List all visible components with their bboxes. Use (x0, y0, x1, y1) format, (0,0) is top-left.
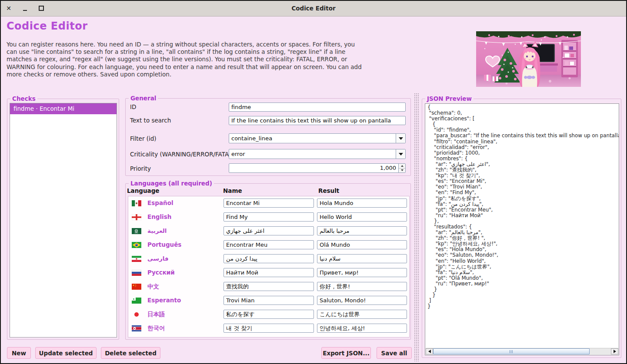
result-input[interactable] (317, 324, 407, 333)
language-row: Esperanto (128, 294, 409, 308)
new-button[interactable]: New (7, 347, 31, 359)
language-label: Português (147, 241, 181, 248)
name-input[interactable] (223, 310, 314, 319)
result-input[interactable] (317, 254, 407, 263)
language-row: 한국어 (128, 321, 409, 335)
id-label: ID (130, 103, 136, 110)
result-input[interactable] (317, 296, 407, 305)
criticality-select[interactable]: error (229, 149, 406, 159)
checks-group-label: Checks (10, 95, 37, 102)
result-input[interactable] (317, 240, 407, 249)
update-selected-button[interactable]: Update selected (35, 347, 97, 359)
name-input[interactable] (223, 212, 314, 222)
name-input[interactable] (223, 296, 314, 305)
spin-up-button[interactable] (399, 164, 405, 168)
name-input[interactable] (223, 282, 314, 291)
criticality-selected-value: error (229, 149, 396, 159)
name-input[interactable] (223, 254, 314, 263)
language-label: 日本語 (147, 311, 165, 318)
language-label: العربية (147, 227, 167, 234)
filter-dropdown-button[interactable] (396, 134, 405, 143)
id-input[interactable] (229, 103, 406, 112)
language-row: 中文 (128, 280, 409, 294)
column-header-result: Result (318, 187, 339, 194)
checks-list[interactable]: findme · Encontar Mi (10, 103, 117, 338)
criticality-dropdown-button[interactable] (396, 149, 405, 159)
scroll-left-button[interactable] (426, 348, 433, 354)
languages-group: Languages (all required) Language Name R… (125, 183, 411, 340)
text-to-search-input[interactable] (229, 116, 406, 125)
saudi-arabia-flag-icon (132, 228, 141, 234)
language-label: Esperanto (147, 297, 181, 304)
language-label: فارسی (147, 255, 169, 262)
result-input[interactable] (317, 212, 407, 222)
column-header-language: Language (127, 187, 160, 194)
name-input[interactable] (223, 324, 314, 333)
name-input[interactable] (223, 240, 314, 249)
scrollbar-grip-icon (510, 350, 513, 353)
criticality-label: Criticality (WARNING/ERROR/FATAL) (130, 151, 234, 158)
json-preview-text: { "schema": 0, "verificaciones": [ { "id… (425, 104, 619, 309)
name-input[interactable] (223, 199, 314, 208)
general-group-label: General (129, 95, 158, 102)
spin-up-icon (401, 165, 404, 167)
result-input[interactable] (317, 226, 407, 235)
app-window: ✕ Codice Editor Codice Editor You can re… (0, 0, 627, 364)
filter-selected-value: containe_linea (229, 134, 396, 143)
hero-illustration (476, 31, 581, 87)
language-label: 한국어 (147, 324, 165, 332)
scrollbar-thumb[interactable] (433, 348, 590, 354)
spin-down-icon (401, 169, 404, 171)
language-label: Español (147, 199, 173, 206)
scroll-right-button[interactable] (611, 348, 618, 354)
language-row: 日本語 (128, 308, 409, 321)
spin-down-button[interactable] (399, 168, 405, 173)
titlebar: ✕ Codice Editor (1, 1, 626, 17)
scroll-right-icon (614, 350, 616, 353)
scroll-left-icon (428, 350, 431, 353)
russia-flag-icon (132, 270, 141, 276)
delete-selected-button[interactable]: Delete selected (101, 347, 160, 359)
filter-select[interactable]: containe_linea (229, 133, 406, 143)
filter-label: Filter (id) (130, 135, 157, 142)
language-row: Русский (128, 266, 409, 280)
brazil-flag-icon (132, 242, 141, 248)
horizontal-scrollbar[interactable] (426, 348, 618, 354)
result-input[interactable] (317, 282, 407, 291)
window-title: Codice Editor (1, 5, 626, 12)
north-korea-flag-icon (132, 325, 141, 331)
language-row: العربية (128, 224, 409, 238)
scrollbar-track[interactable] (433, 348, 611, 354)
chevron-down-icon (399, 153, 403, 156)
languages-group-label: Languages (all required) (129, 180, 214, 187)
json-preview-group: JSON Preview { "schema": 0, "verificacio… (422, 99, 621, 358)
result-input[interactable] (317, 199, 407, 208)
language-label: 中文 (147, 283, 159, 291)
panel-splitter[interactable] (414, 93, 420, 361)
name-input[interactable] (223, 268, 314, 277)
china-flag-icon (132, 284, 141, 290)
column-header-name: Name (223, 187, 242, 194)
mexico-flag-icon (132, 200, 141, 206)
check-list-item[interactable]: findme · Encontar Mi (10, 103, 117, 114)
england-flag-icon (132, 214, 141, 220)
esperanto-flag-icon (132, 298, 141, 304)
export-json-button[interactable]: Export JSON... (321, 347, 371, 359)
priority-stepper[interactable]: 1,000 (229, 163, 406, 173)
language-row: English (128, 210, 409, 224)
page-title: Codice Editor (7, 20, 87, 32)
save-all-button[interactable]: Save all (377, 347, 412, 359)
checks-group: Checks findme · Encontar Mi (7, 99, 119, 340)
text-to-search-label: Text to search (130, 117, 171, 124)
language-row: Español (128, 196, 409, 210)
result-input[interactable] (317, 268, 407, 277)
name-input[interactable] (223, 226, 314, 235)
result-input[interactable] (317, 310, 407, 319)
iran-flag-icon (132, 256, 141, 262)
description-text: You can register reasons here. You need … (7, 41, 367, 78)
json-preview-panel[interactable]: { "schema": 0, "verificaciones": [ { "id… (425, 103, 619, 355)
language-row: فارسی (128, 252, 409, 266)
language-label: Русский (147, 269, 175, 276)
chevron-down-icon (399, 137, 403, 140)
japan-flag-icon (132, 311, 141, 318)
